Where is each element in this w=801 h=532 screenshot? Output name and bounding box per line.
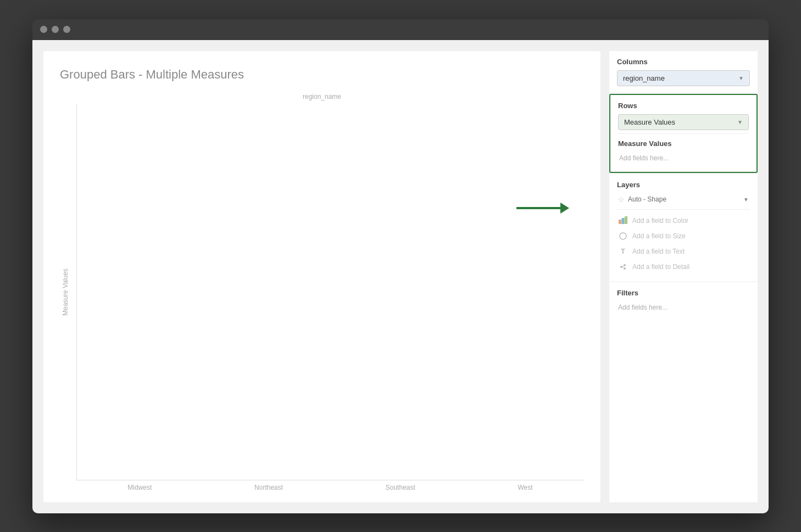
x-label-southeast: Southeast <box>386 484 415 491</box>
arrow-head <box>560 203 569 214</box>
minimize-button[interactable] <box>52 26 59 33</box>
rows-section: Rows Measure Values ▼ Measure Values Add… <box>609 94 758 173</box>
columns-section: Columns region_name ▼ <box>609 51 758 93</box>
text-icon: T <box>618 247 628 256</box>
size-label: Add a field to Size <box>632 232 686 240</box>
titlebar <box>32 19 769 40</box>
x-axis-title: region_name <box>60 93 584 100</box>
auto-shape-label: Auto - Shape <box>628 195 666 203</box>
chart-title: Grouped Bars - Multiple Measures <box>60 68 584 82</box>
measure-values-placeholder: Add fields here... <box>618 152 749 164</box>
main-window: Grouped Bars - Multiple Measures region_… <box>32 19 769 513</box>
text-row[interactable]: T Add a field to Text <box>617 244 750 259</box>
main-area: Grouped Bars - Multiple Measures region_… <box>43 51 600 502</box>
rows-label: Rows <box>618 102 749 110</box>
layers-section: Layers ☆ Auto - Shape ▼ <box>609 174 758 281</box>
svg-point-3 <box>620 233 626 239</box>
color-icon <box>618 216 628 226</box>
window-content: Grouped Bars - Multiple Measures region_… <box>32 40 769 513</box>
maximize-button[interactable] <box>63 26 70 33</box>
auto-shape-row[interactable]: ☆ Auto - Shape ▼ <box>617 193 750 206</box>
columns-field-value: region_name <box>623 74 665 82</box>
svg-point-6 <box>624 267 626 270</box>
rows-field-dropdown[interactable]: Measure Values ▼ <box>618 114 749 130</box>
svg-point-5 <box>624 264 626 266</box>
detail-icon <box>618 262 628 272</box>
star-icon: ☆ <box>618 195 625 204</box>
columns-dropdown-arrow: ▼ <box>738 75 744 81</box>
arrow-annotation <box>516 203 569 214</box>
layers-label: Layers <box>617 181 750 189</box>
x-axis: Midwest Northeast Southeast West <box>60 484 584 491</box>
chart-body: Measure Values <box>60 104 584 480</box>
columns-field-dropdown[interactable]: region_name ▼ <box>617 70 750 86</box>
close-button[interactable] <box>40 26 47 33</box>
detail-label: Add a field to Detail <box>632 263 689 271</box>
x-label-west: West <box>518 484 533 491</box>
color-row[interactable]: Add a field to Color <box>617 213 750 228</box>
columns-label: Columns <box>617 58 750 66</box>
svg-rect-2 <box>625 216 627 224</box>
y-axis-label: Measure Values <box>60 104 71 480</box>
filters-placeholder: Add fields here... <box>617 301 750 313</box>
filters-section: Filters Add fields here... <box>609 282 758 502</box>
rows-dropdown-arrow: ▼ <box>737 119 743 125</box>
measure-values-label: Measure Values <box>618 139 749 148</box>
svg-point-4 <box>620 266 622 268</box>
filters-label: Filters <box>617 289 750 297</box>
chart-container: region_name Measure Values Midwest North… <box>60 93 584 491</box>
svg-rect-1 <box>622 218 625 224</box>
detail-row[interactable]: Add a field to Detail <box>617 259 750 275</box>
text-label: Add a field to Text <box>632 248 685 255</box>
auto-shape-arrow: ▼ <box>743 197 749 203</box>
x-label-northeast: Northeast <box>254 484 283 491</box>
size-row[interactable]: Add a field to Size <box>617 228 750 244</box>
color-label: Add a field to Color <box>632 217 688 225</box>
chart-plot <box>76 104 584 480</box>
rows-field-value: Measure Values <box>624 118 675 126</box>
layers-divider <box>617 209 750 210</box>
x-label-midwest: Midwest <box>127 484 152 491</box>
svg-line-8 <box>622 267 624 268</box>
svg-rect-0 <box>619 220 621 224</box>
rows-divider <box>618 133 749 134</box>
sidebar: Columns region_name ▼ Rows Measure Value… <box>609 51 758 502</box>
arrow-shaft <box>516 207 560 209</box>
size-icon <box>618 231 628 241</box>
